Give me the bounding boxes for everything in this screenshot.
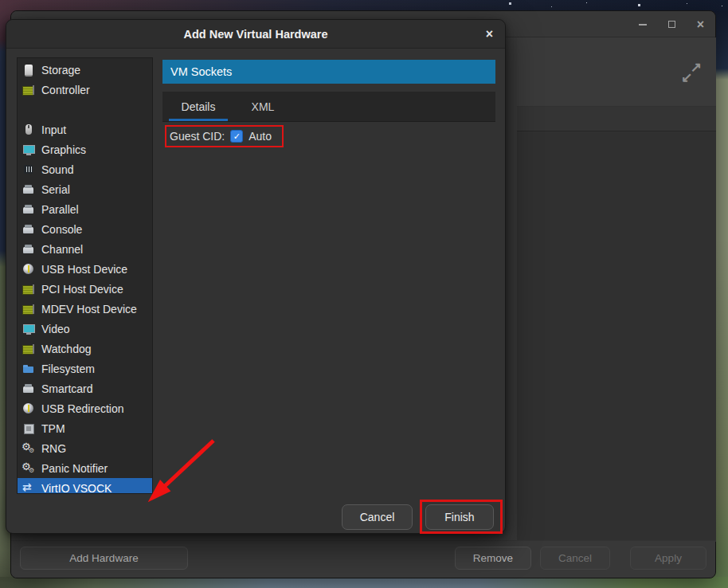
sidebar-item-virtio-vsock[interactable]: VirtIO VSOCK <box>18 478 152 494</box>
sidebar-item-mdev-host-device[interactable]: MDEV Host Device <box>18 299 152 319</box>
sidebar-item-label: USB Redirection <box>41 402 124 415</box>
sidebar-item-label: Smartcard <box>41 382 93 395</box>
card-icon <box>22 343 35 355</box>
card-icon <box>22 303 35 316</box>
vsock-icon <box>22 482 35 495</box>
wallpaper-top <box>0 0 728 11</box>
sidebar-item-storage[interactable]: Storage <box>18 60 152 80</box>
chip-icon <box>22 422 35 435</box>
sidebar-item-usb-host-device[interactable]: USB Host Device <box>18 259 152 279</box>
sidebar-item-parallel[interactable]: Parallel <box>18 199 152 219</box>
none-icon <box>22 104 35 116</box>
vm-window-bottom-bar: Add HardwareRemoveCancelApply <box>11 540 715 578</box>
sidebar-item-label: USB Host Device <box>41 263 127 276</box>
device-icon <box>22 203 35 216</box>
sidebar-item-label: Storage <box>41 64 80 76</box>
monitor-icon <box>22 323 35 335</box>
minimize-icon[interactable] <box>639 24 647 25</box>
apply-button: Apply <box>630 547 706 570</box>
sidebar-item-serial[interactable]: Serial <box>18 179 152 199</box>
sidebar-item-sound[interactable]: Sound <box>18 159 152 179</box>
dialog-close-icon[interactable]: × <box>486 20 493 49</box>
auto-checkbox[interactable] <box>230 130 243 143</box>
window-controls: × <box>639 11 704 37</box>
monitor-icon <box>22 143 35 156</box>
sidebar-item-label: Video <box>41 323 70 335</box>
maximize-icon[interactable] <box>668 21 675 28</box>
speaker-icon <box>22 163 35 176</box>
sidebar-item-smartcard[interactable]: Smartcard <box>18 378 152 398</box>
close-icon[interactable]: × <box>697 18 704 31</box>
vm-overview-band <box>517 106 716 131</box>
tab-details[interactable]: Details <box>169 92 228 121</box>
sidebar-item-panic-notifier[interactable]: Panic Notifier <box>18 458 152 478</box>
gears-icon <box>22 442 35 455</box>
sidebar-item-label: Sound <box>41 163 73 176</box>
sidebar-item-label: PCI Host Device <box>41 283 123 296</box>
card-icon <box>22 283 35 296</box>
sidebar-item-pci-host-device[interactable]: PCI Host Device <box>18 279 152 299</box>
dialog-main-panel: VM Sockets DetailsXML Guest CID: Auto <box>162 60 495 147</box>
dialog-title: Add New Virtual Hardware <box>183 28 327 41</box>
sidebar-item-label: Serial <box>41 183 70 196</box>
tab-xml[interactable]: XML <box>237 92 288 121</box>
sidebar-item-label: Console <box>41 223 82 236</box>
sidebar-item-filesystem[interactable]: Filesystem <box>18 359 152 378</box>
sidebar-item-label: Channel <box>41 243 83 256</box>
wallpaper-bottom <box>0 577 728 588</box>
device-icon <box>22 382 35 395</box>
dialog-cancel-button[interactable]: Cancel <box>342 504 413 530</box>
sidebar-item-label: VirtIO VSOCK <box>41 482 112 495</box>
sidebar-item-label: Input <box>41 123 66 136</box>
fullscreen-expand-icon[interactable] <box>680 62 703 84</box>
cancel-button: Cancel <box>540 547 610 570</box>
mouse-icon <box>22 123 35 136</box>
vm-window-content-right <box>517 37 716 542</box>
desktop: ubuntu24.04 on QEMU/KVM × Add HardwareRe… <box>0 0 728 588</box>
sidebar-item-usb-redirection[interactable]: USB Redirection <box>18 398 152 418</box>
wallpaper-stars <box>0 0 1 1</box>
tab-bar: DetailsXML <box>162 92 495 122</box>
sidebar-item-label: Filesystem <box>41 363 95 375</box>
sidebar-item-label: Controller <box>41 84 90 96</box>
sidebar-item-label: Graphics <box>41 143 86 156</box>
sidebar-item-input[interactable]: Input <box>18 120 152 139</box>
sidebar-item-watchdog[interactable]: Watchdog <box>18 339 152 359</box>
usb-icon <box>22 263 35 276</box>
sidebar-item-tpm[interactable]: TPM <box>18 418 152 438</box>
vm-details-page <box>517 131 716 542</box>
auto-label: Auto <box>249 130 272 143</box>
device-icon <box>22 183 35 196</box>
gears-icon <box>22 462 35 475</box>
sidebar-item-graphics[interactable]: Graphics <box>18 139 152 159</box>
panel-header: VM Sockets <box>162 60 495 84</box>
card-icon <box>22 84 35 96</box>
add-hardware-dialog: Add New Virtual Hardware × StorageContro… <box>6 19 506 534</box>
disk-icon <box>22 64 35 76</box>
sidebar-item-label: RNG <box>41 442 66 455</box>
sidebar-item-empty <box>18 100 152 120</box>
dialog-finish-button[interactable]: Finish <box>425 504 494 530</box>
sidebar-item-rng[interactable]: RNG <box>18 438 152 458</box>
usb-icon <box>22 402 35 415</box>
sidebar-item-channel[interactable]: Channel <box>18 239 152 259</box>
remove-button[interactable]: Remove <box>455 547 531 570</box>
sidebar-item-label: Watchdog <box>41 343 92 355</box>
guest-cid-label: Guest CID: <box>170 130 225 143</box>
guest-cid-annotation-box: Guest CID: Auto <box>165 125 284 147</box>
sidebar-item-label: TPM <box>41 422 65 435</box>
device-icon <box>22 243 35 256</box>
sidebar-item-video[interactable]: Video <box>18 319 152 339</box>
device-icon <box>22 223 35 236</box>
dialog-titlebar[interactable]: Add New Virtual Hardware × <box>6 20 505 49</box>
sidebar-item-label: MDEV Host Device <box>41 303 137 316</box>
sidebar-item-label: Parallel <box>41 203 79 216</box>
sidebar-item-controller[interactable]: Controller <box>18 80 152 100</box>
add-hardware-button[interactable]: Add Hardware <box>20 547 188 570</box>
hardware-type-list: StorageControllerInputGraphicsSoundSeria… <box>17 57 153 494</box>
folder-icon <box>22 363 35 375</box>
sidebar-item-label: Panic Notifier <box>41 462 108 475</box>
sidebar-item-console[interactable]: Console <box>18 219 152 239</box>
